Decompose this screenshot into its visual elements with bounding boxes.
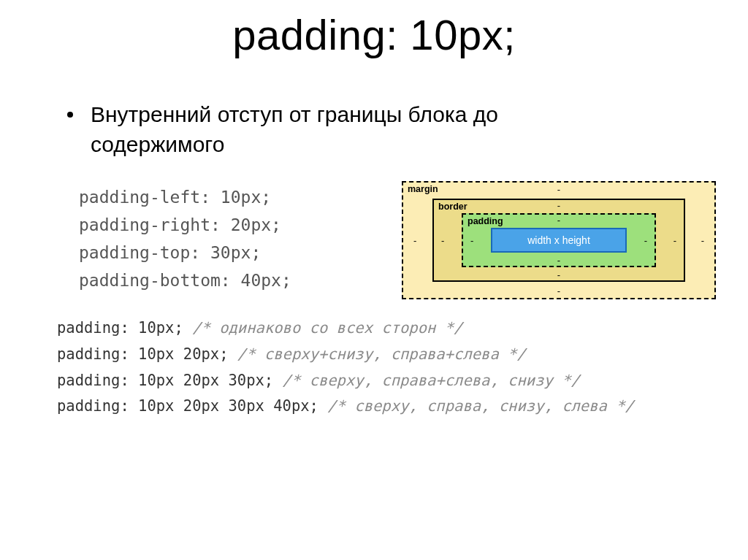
slide-title: padding: 10px; — [0, 0, 748, 59]
bullet-dot-icon — [67, 112, 73, 118]
box-model-content: width x height — [491, 228, 627, 253]
dash-icon: - — [557, 215, 560, 226]
code-property: padding: 10px 20px; — [57, 345, 229, 363]
dash-icon: - — [673, 235, 676, 246]
code-comment: /* сверху+снизу, справа+слева */ — [237, 345, 526, 363]
bullet-item: Внутренний отступ от границы блока до со… — [67, 100, 748, 159]
dash-icon: - — [557, 285, 560, 296]
code-property: padding: 10px; — [57, 319, 183, 337]
box-model-diagram: margin - - - - border - - - - padding - … — [402, 181, 716, 299]
code-comment: /* сверху, справа+слева, снизу */ — [283, 372, 580, 389]
box-model-padding: padding - - - - width x height — [462, 213, 656, 267]
code-comment: /* сверху, справа, снизу, слева */ — [327, 397, 634, 415]
code-line: padding: 10px 20px; /* сверху+снизу, спр… — [57, 342, 748, 368]
code-line: padding: 10px 20px 30px; /* сверху, спра… — [57, 368, 748, 394]
code-block-shorthand: padding: 10px; /* одинаково со всех стор… — [57, 315, 748, 421]
code-property: padding: 10px 20px 30px 40px; — [57, 397, 318, 415]
box-model-border: border - - - - padding - - - - width x h… — [432, 199, 685, 282]
dash-icon: - — [470, 235, 473, 246]
dash-icon: - — [557, 184, 560, 195]
dash-icon: - — [557, 269, 560, 280]
code-comment: /* одинаково со всех сторон */ — [192, 319, 462, 337]
dash-icon: - — [701, 235, 704, 246]
border-label: border — [438, 202, 468, 212]
margin-label: margin — [408, 184, 438, 194]
padding-label: padding — [468, 216, 503, 226]
dash-icon: - — [413, 235, 416, 246]
dash-icon: - — [441, 235, 444, 246]
box-model-margin: margin - - - - border - - - - padding - … — [402, 181, 716, 299]
bullet-text: Внутренний отступ от границы блока до со… — [91, 100, 543, 159]
code-line: padding: 10px 20px 30px 40px; /* сверху,… — [57, 394, 748, 420]
code-line: padding: 10px; /* одинаково со всех стор… — [57, 315, 748, 342]
dash-icon: - — [557, 200, 560, 211]
dash-icon: - — [557, 255, 560, 266]
dash-icon: - — [644, 235, 647, 246]
code-property: padding: 10px 20px 30px; — [57, 372, 273, 389]
